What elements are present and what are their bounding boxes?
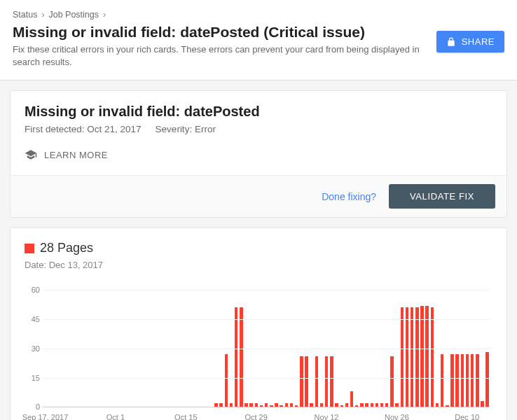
- share-button-label: SHARE: [462, 36, 495, 47]
- bar: [411, 307, 413, 407]
- x-tick-label: Oct 29: [244, 413, 267, 420]
- bar: [325, 356, 328, 407]
- y-tick-label: 45: [25, 315, 40, 323]
- first-detected-value: Oct 21, 2017: [87, 124, 141, 134]
- breadcrumb-item-job-postings[interactable]: Job Postings: [48, 10, 99, 20]
- bar: [355, 405, 358, 407]
- graduation-cap-icon: [25, 148, 37, 161]
- bar: [249, 403, 252, 407]
- bar: [310, 403, 312, 407]
- bar: [485, 352, 488, 407]
- bar: [230, 403, 233, 407]
- validate-fix-button[interactable]: VALIDATE FIX: [389, 184, 495, 209]
- bar: [244, 403, 247, 407]
- breadcrumb: Status › Job Postings ›: [13, 10, 504, 20]
- pages-bar-chart: 015304560 Sep 17, 2017Oct 1Oct 15Oct 29N…: [25, 290, 492, 420]
- chevron-right-icon: ›: [41, 10, 44, 20]
- bar: [214, 403, 217, 407]
- bar: [390, 356, 393, 407]
- bar: [436, 403, 439, 407]
- y-tick-label: 30: [25, 344, 40, 353]
- page-header: Status › Job Postings › Missing or inval…: [0, 0, 517, 80]
- y-tick-label: 60: [25, 286, 40, 294]
- bar: [425, 306, 428, 407]
- bar: [255, 403, 258, 407]
- bar: [360, 403, 363, 407]
- bar: [466, 354, 469, 407]
- bar: [365, 403, 368, 407]
- bar: [265, 403, 268, 407]
- chart-title: 28 Pages: [40, 241, 93, 255]
- bar: [335, 403, 338, 407]
- y-tick-label: 0: [25, 402, 40, 411]
- chevron-right-icon: ›: [103, 10, 106, 20]
- bar: [371, 403, 373, 407]
- bar: [305, 356, 308, 407]
- grid-line: [43, 290, 490, 290]
- severity-value: Error: [195, 124, 216, 134]
- severity-label: Severity:: [156, 124, 195, 134]
- bar: [420, 306, 423, 407]
- bar: [275, 403, 277, 407]
- bar: [235, 307, 237, 407]
- breadcrumb-item-status[interactable]: Status: [13, 10, 37, 20]
- legend-swatch: [25, 244, 34, 253]
- bar: [240, 307, 242, 407]
- x-tick-label: Nov 12: [315, 413, 339, 420]
- chart-header: 28 Pages: [25, 241, 492, 255]
- bar: [345, 403, 348, 407]
- grid-line: [43, 319, 490, 320]
- bar: [280, 405, 282, 407]
- bar: [481, 401, 483, 407]
- share-button[interactable]: SHARE: [436, 31, 504, 52]
- page-subtitle: Fix these critical errors in your rich c…: [13, 43, 428, 69]
- card-actions: Done fixing? VALIDATE FIX: [11, 175, 506, 217]
- bar: [225, 354, 228, 407]
- chart-date: Date: Dec 13, 2017: [25, 260, 492, 270]
- x-tick-label: Oct 1: [106, 413, 125, 420]
- bar: [401, 307, 404, 407]
- bar: [285, 403, 288, 407]
- grid-line: [43, 349, 490, 349]
- bar: [260, 405, 263, 407]
- bar: [270, 405, 273, 407]
- bar: [476, 354, 478, 407]
- bar: [450, 354, 453, 407]
- first-detected-label: First detected:: [25, 124, 87, 134]
- bar: [446, 405, 448, 407]
- learn-more-label: LEARN MORE: [44, 150, 108, 160]
- bar: [431, 307, 434, 407]
- bar: [385, 403, 388, 407]
- pages-chart-card: 28 Pages Date: Dec 13, 2017 015304560 Se…: [10, 227, 507, 420]
- bar: [455, 354, 458, 407]
- grid-line: [43, 378, 490, 379]
- bar: [350, 391, 353, 407]
- bar: [380, 403, 383, 407]
- x-tick-label: Sep 17, 2017: [22, 413, 68, 420]
- bar: [461, 354, 464, 407]
- bar: [395, 403, 398, 407]
- bar: [406, 307, 408, 407]
- lock-icon: [446, 37, 456, 47]
- bar: [320, 403, 323, 407]
- x-tick-label: Dec 10: [455, 413, 479, 420]
- y-tick-label: 15: [25, 374, 40, 382]
- issue-detail-card: Missing or invalid field: datePosted Fir…: [10, 90, 507, 218]
- bar: [295, 405, 298, 407]
- x-tick-label: Oct 15: [174, 413, 197, 420]
- bar: [441, 354, 443, 407]
- done-fixing-text: Done fixing?: [322, 191, 376, 202]
- page-title: Missing or invalid field: datePosted (Cr…: [13, 24, 428, 41]
- bar: [219, 403, 222, 407]
- bar: [471, 354, 474, 407]
- bar: [315, 356, 318, 407]
- bar: [340, 405, 343, 407]
- learn-more-link[interactable]: LEARN MORE: [25, 148, 108, 161]
- bar: [300, 356, 303, 407]
- x-tick-label: Nov 26: [385, 413, 409, 420]
- bar: [415, 307, 418, 407]
- issue-title: Missing or invalid field: datePosted: [25, 104, 492, 120]
- issue-meta: First detected: Oct 21, 2017 Severity: E…: [25, 124, 492, 134]
- bar: [330, 356, 333, 407]
- bar: [375, 403, 378, 407]
